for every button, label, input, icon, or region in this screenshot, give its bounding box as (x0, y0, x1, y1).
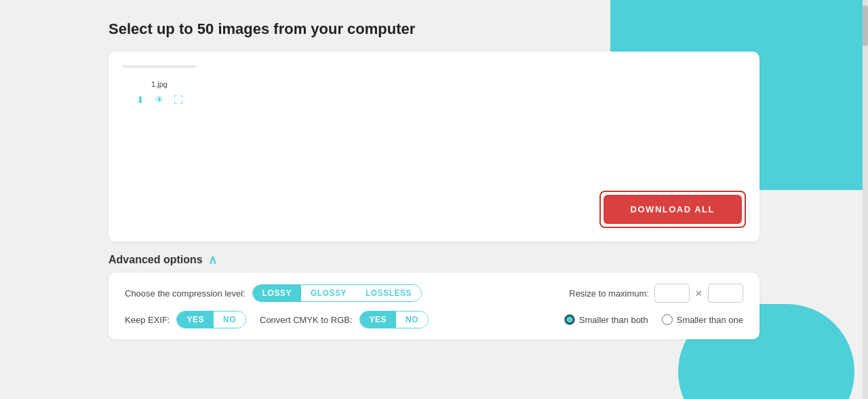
smaller-than-both-radio[interactable] (564, 314, 575, 325)
download-btn-area: DOWNLOAD ALL (599, 191, 746, 228)
advanced-options-label: Advanced options (108, 254, 203, 266)
advanced-options-title: Advanced options ∧ (108, 252, 217, 267)
keep-exif-label: Keep EXIF: (125, 315, 170, 325)
options-row1: Choose the compression level: LOSSY GLOS… (125, 284, 743, 303)
smaller-than-one-radio[interactable] (662, 314, 673, 325)
convert-cmyk-label: Convert CMYK to RGB: (260, 315, 353, 325)
compression-label: Choose the compression level: (125, 288, 245, 299)
download-btn-wrapper: DOWNLOAD ALL (599, 191, 746, 228)
advanced-options-bar: Advanced options ∧ (108, 252, 760, 267)
chevron-up-icon[interactable]: ∧ (208, 252, 217, 267)
resize-radio-group: Smaller than both Smaller than one (564, 314, 743, 325)
options-panel: Choose the compression level: LOSSY GLOS… (108, 273, 760, 339)
expand-icon[interactable]: ⛶ (171, 92, 186, 107)
download-all-button[interactable]: DOWNLOAD ALL (604, 195, 742, 224)
preview-icon[interactable]: 👁 (152, 92, 167, 107)
convert-cmyk-no-btn[interactable]: NO (396, 311, 428, 328)
smaller-than-one-text: Smaller than one (677, 315, 743, 325)
keep-exif-no-btn[interactable]: NO (214, 311, 245, 328)
compression-toggle-group: LOSSY GLOSSY LOSSLESS (252, 284, 422, 302)
convert-cmyk-toggle-group: YES NO (359, 311, 429, 328)
resize-height-input[interactable] (708, 284, 743, 303)
compression-glossy-btn[interactable]: GLOSSY (301, 285, 356, 301)
image-item-container: 0.2 MB → 57.8 KB -76% 1.jpg ⬇ 👁 ⛶ (122, 65, 197, 107)
download-icon[interactable]: ⬇ (133, 92, 148, 107)
image-card: 0.2 MB → 57.8 KB -76% 1.jpg ⬇ 👁 ⛶ (108, 52, 760, 242)
resize-width-input[interactable] (654, 284, 690, 303)
convert-cmyk-group: Convert CMYK to RGB: YES NO (260, 311, 429, 328)
smaller-than-one-label[interactable]: Smaller than one (662, 314, 743, 325)
page-title: Select up to 50 images from your compute… (108, 20, 841, 38)
smaller-than-both-text: Smaller than both (579, 315, 648, 325)
compression-lossless-btn[interactable]: LOSSLESS (356, 285, 421, 301)
image-item: 0.2 MB → 57.8 KB -76% (122, 65, 197, 68)
smaller-than-both-label[interactable]: Smaller than both (564, 314, 648, 325)
resize-group: Resize to maximum: ✕ (569, 284, 743, 303)
resize-x-separator: ✕ (695, 288, 703, 299)
image-info-overlay: 0.2 MB → 57.8 KB -76% (123, 65, 195, 66)
image-filename: 1.jpg (122, 80, 197, 88)
compression-lossy-btn[interactable]: LOSSY (253, 285, 301, 301)
resize-label: Resize to maximum: (569, 288, 649, 299)
convert-cmyk-yes-btn[interactable]: YES (360, 311, 397, 328)
keep-exif-toggle-group: YES NO (176, 311, 246, 328)
main-content: Select up to 50 images from your compute… (0, 0, 868, 339)
keep-exif-yes-btn[interactable]: YES (177, 311, 214, 328)
options-row2: Keep EXIF: YES NO Convert CMYK to RGB: Y… (125, 311, 743, 328)
image-actions: ⬇ 👁 ⛶ (122, 92, 197, 107)
compression-group: Choose the compression level: LOSSY GLOS… (125, 284, 555, 302)
page-wrapper: Select up to 50 images from your compute… (0, 0, 868, 399)
keep-exif-group: Keep EXIF: YES NO (125, 311, 246, 328)
